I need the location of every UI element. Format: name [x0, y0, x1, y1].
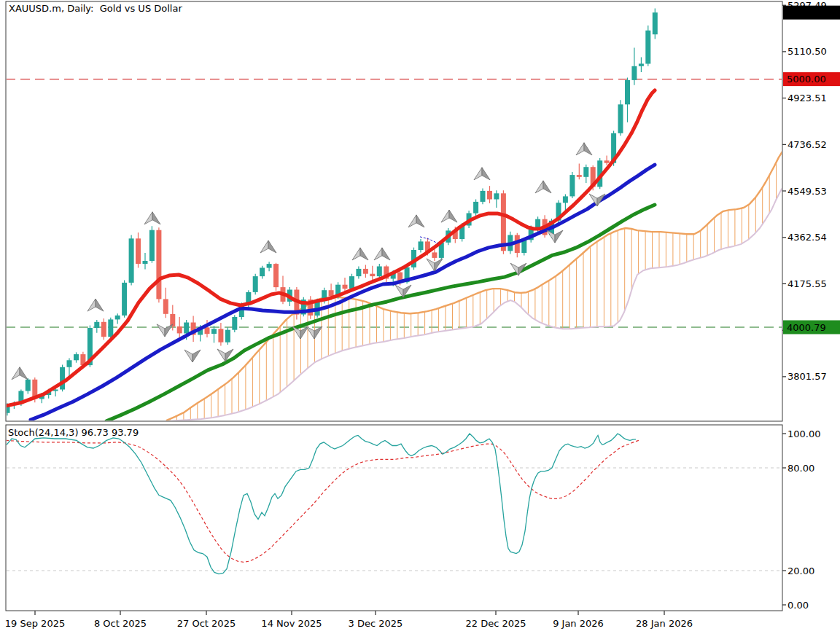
candle-body	[343, 285, 348, 289]
candle-body	[156, 230, 161, 300]
candle-body	[494, 193, 499, 199]
candle-body	[225, 330, 230, 343]
candle-body	[583, 167, 588, 177]
candle-body	[108, 319, 113, 337]
date-axis-label: 22 Dec 2025	[465, 618, 526, 629]
candle-body	[653, 12, 658, 34]
chart-title: XAUUSD.m, Daily: Gold vs US Dollar	[9, 3, 182, 14]
date-axis-label: 8 Oct 2025	[94, 618, 147, 629]
candle-body	[370, 274, 375, 276]
date-axis-label: 19 Sep 2025	[5, 618, 65, 629]
candle-body	[253, 276, 258, 292]
stochastic-indicator-label: Stoch(24,14,3) 96.73 93.79	[8, 427, 139, 438]
candle-body	[363, 269, 368, 274]
stoch-axis-tick-label: 100.00	[788, 428, 821, 439]
candle-body	[481, 191, 486, 202]
price-axis-tick-label: 5110.50	[788, 46, 827, 57]
candle-body	[604, 160, 610, 163]
candle-body	[267, 264, 272, 268]
price-axis-tick-label: 4549.53	[788, 186, 827, 197]
stoch-axis-tick-label: 80.00	[788, 463, 814, 474]
candle-body	[639, 63, 644, 66]
price-axis-tick-label: 4736.52	[788, 139, 827, 150]
date-axis-label: 9 Jan 2026	[553, 618, 604, 629]
date-axis-label: 3 Dec 2025	[349, 618, 403, 629]
candle-body	[163, 299, 168, 313]
candle-body	[136, 238, 141, 264]
candle-body	[260, 268, 265, 277]
date-axis-label: 28 Jan 2026	[636, 618, 693, 629]
price-axis-tick-label: 4923.51	[788, 93, 827, 103]
support-price-label: 4000.79	[787, 322, 826, 333]
candle-body	[122, 283, 127, 316]
candle-body	[184, 323, 189, 334]
stoch-axis-tick-label: 20.00	[788, 565, 814, 576]
candle-body	[501, 193, 506, 251]
candle-body	[218, 329, 223, 342]
candle-body	[232, 317, 237, 330]
candle-body	[115, 316, 120, 320]
candle-body	[329, 290, 334, 296]
price-axis-tick-label: 4175.55	[788, 278, 827, 289]
candle-body	[101, 322, 106, 337]
candle-body	[563, 196, 568, 203]
candle-body	[74, 354, 79, 360]
trading-chart-window: 5297.495110.504923.514736.524549.534362.…	[0, 0, 840, 634]
candle-body	[625, 80, 630, 104]
date-axis-label: 27 Oct 2025	[177, 618, 236, 629]
candle-body	[349, 276, 354, 289]
candle-body	[177, 326, 182, 334]
candle-body	[487, 191, 492, 200]
candle-body	[60, 367, 65, 390]
candle-body	[67, 360, 72, 367]
stoch-axis-tick-label: 0.00	[788, 600, 809, 611]
candle-body	[356, 269, 361, 276]
candle-body	[577, 175, 582, 177]
candle-body	[473, 202, 478, 214]
chart-background	[0, 0, 840, 634]
candle-body	[377, 267, 382, 277]
candle-body	[26, 380, 31, 391]
candle-body	[535, 219, 540, 228]
candle-body	[143, 261, 148, 264]
current-price-label: 5268.00	[787, 7, 826, 18]
candle-body	[129, 238, 134, 283]
candle-body	[273, 264, 279, 287]
candle-body	[205, 327, 210, 334]
candle-body	[149, 230, 155, 261]
candle-body	[94, 322, 99, 328]
price-axis-tick-label: 3801.57	[788, 371, 827, 382]
candle-body	[631, 66, 637, 80]
resistance-price-label: 5000.00	[787, 74, 826, 85]
candle-body	[419, 241, 424, 250]
candle-body	[432, 252, 437, 258]
date-axis-label: 14 Nov 2025	[261, 618, 322, 629]
candle-body	[645, 31, 650, 64]
candle-body	[211, 329, 217, 334]
candle-body	[618, 104, 623, 133]
candle-body	[569, 175, 575, 196]
price-axis-tick-label: 4362.54	[788, 232, 827, 243]
